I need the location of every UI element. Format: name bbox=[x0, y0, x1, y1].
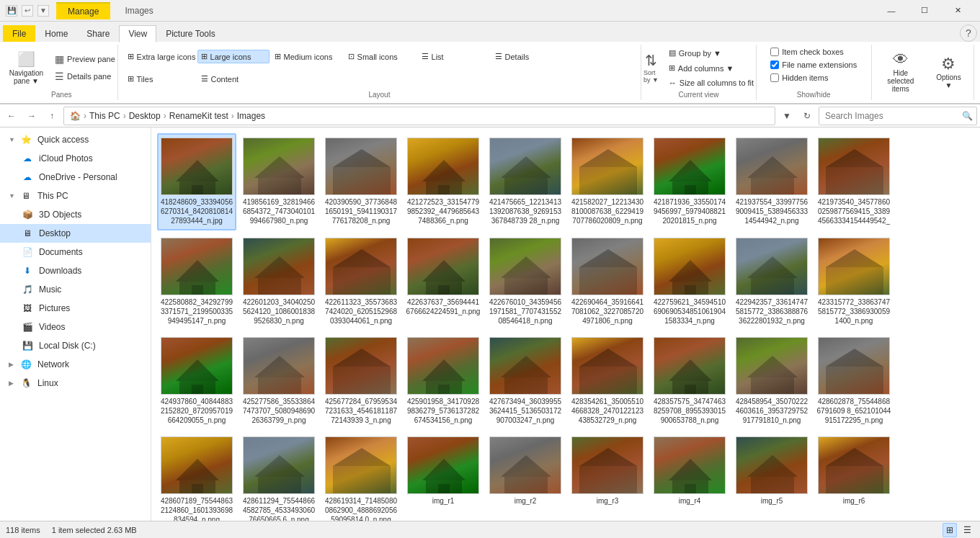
file-item[interactable]: 422580882_342927993371571_21995003359494… bbox=[157, 233, 236, 330]
help-button[interactable]: ? bbox=[960, 24, 977, 42]
manage-tab[interactable]: Manage bbox=[56, 2, 110, 19]
file-item[interactable]: 419856169_328194666854372_74730401019946… bbox=[239, 133, 318, 230]
file-item[interactable]: 422676010_343594561971581_77074315520854… bbox=[486, 233, 565, 330]
sidebar-item-3d-objects[interactable]: 📦 3D Objects bbox=[0, 205, 151, 224]
tiles-button[interactable]: ⊞ Tiles bbox=[124, 72, 196, 86]
tab-picture-tools[interactable]: Picture Tools bbox=[156, 25, 224, 42]
maximize-button[interactable]: ☐ bbox=[908, 0, 941, 22]
file-extensions-toggle[interactable]: File name extensions bbox=[767, 59, 860, 71]
file-item[interactable]: 422601203_340402505624120_10860018389526… bbox=[239, 233, 318, 330]
file-item[interactable]: img_r2 bbox=[486, 432, 565, 521]
small-icons-button[interactable]: ⊡ Small icons bbox=[344, 50, 416, 63]
size-columns-button[interactable]: ↔ Size all columns to fit bbox=[665, 76, 757, 89]
sidebar-item-documents[interactable]: 📄 Documents bbox=[0, 243, 151, 261]
file-content[interactable]: 418248609_333940566270314_84208108142789… bbox=[151, 127, 980, 521]
tab-file[interactable]: File bbox=[3, 25, 35, 42]
navigation-pane-button[interactable]: ⬜ Navigationpane ▼ bbox=[4, 47, 48, 89]
file-item[interactable]: img_r4 bbox=[650, 432, 729, 521]
options-button[interactable]: ⚙ Options ▼ bbox=[930, 51, 968, 93]
sidebar-item-music[interactable]: 🎵 Music bbox=[0, 280, 151, 299]
path-desktop[interactable]: Desktop bbox=[129, 111, 161, 121]
file-extensions-input[interactable] bbox=[770, 60, 779, 69]
tab-home[interactable]: Home bbox=[35, 25, 77, 42]
file-item[interactable]: 428611294_755448664582785_45334930607665… bbox=[239, 432, 318, 521]
content-button[interactable]: ☰ Content bbox=[197, 72, 270, 86]
hide-selected-button[interactable]: 👁 Hide selecteditems bbox=[878, 47, 924, 97]
sidebar-item-icloud[interactable]: ☁ iCloud Photos bbox=[0, 149, 151, 168]
sidebar-item-quick-access[interactable]: ▼ ⭐ Quick access bbox=[0, 130, 151, 149]
tab-share[interactable]: Share bbox=[77, 25, 119, 42]
file-item[interactable]: 421871936_335501749456997_59794088212020… bbox=[650, 133, 729, 230]
file-item[interactable]: 421582027_122134308100087638_62294197077… bbox=[568, 133, 647, 230]
file-item[interactable]: 428458954_350702224603616_39537297529177… bbox=[732, 333, 811, 429]
details-pane-button[interactable]: ☰ Details pane bbox=[51, 68, 119, 84]
file-item[interactable]: img_r5 bbox=[732, 432, 811, 521]
file-item[interactable]: 422637637_356944416766624224591_n.png bbox=[404, 233, 483, 330]
hidden-items-toggle[interactable]: Hidden items bbox=[767, 72, 831, 84]
sort-by-button[interactable]: ⇅ Sortby ▼ bbox=[640, 50, 662, 86]
file-item[interactable]: 421475665_122134131392087638_92691533678… bbox=[486, 133, 565, 230]
up-button[interactable]: ↑ bbox=[43, 107, 61, 125]
file-item[interactable]: 428619314_714850800862900_48886920565909… bbox=[321, 432, 401, 521]
medium-icons-button[interactable]: ⊞ Medium icons bbox=[271, 50, 343, 63]
addr-dropdown-button[interactable]: ▼ bbox=[778, 107, 796, 125]
preview-pane-button[interactable]: ▦ Preview pane bbox=[51, 51, 119, 67]
sidebar-item-onedrive[interactable]: ☁ OneDrive - Personal bbox=[0, 168, 151, 187]
item-checkboxes-toggle[interactable]: Item check boxes bbox=[767, 46, 847, 58]
file-item[interactable]: 428607189_755448632124860_16013936988345… bbox=[157, 432, 236, 521]
item-checkboxes-input[interactable] bbox=[770, 48, 779, 56]
sidebar-item-pictures[interactable]: 🖼 Pictures bbox=[0, 299, 151, 318]
file-item[interactable]: 422942357_336147475815772_33863888763622… bbox=[732, 233, 811, 330]
search-input[interactable] bbox=[819, 107, 977, 125]
sidebar-item-linux[interactable]: ▶ 🐧 Linux bbox=[0, 374, 151, 393]
details-button[interactable]: ☰ Details bbox=[491, 50, 564, 63]
file-item[interactable]: img_r1 bbox=[404, 432, 483, 521]
file-item[interactable]: 422759621_345945106906905348510619041583… bbox=[650, 233, 729, 330]
file-item[interactable]: img_r6 bbox=[814, 432, 894, 521]
grid-view-toggle[interactable]: ⊞ bbox=[943, 523, 957, 537]
undo-icon[interactable]: ↩ bbox=[22, 5, 33, 17]
file-item[interactable]: 418248609_333940566270314_84208108142789… bbox=[157, 133, 236, 230]
dropdown-icon[interactable]: ▼ bbox=[37, 5, 49, 17]
sidebar-item-downloads[interactable]: ⬇ Downloads bbox=[0, 261, 151, 280]
file-item[interactable]: 427673494_360399553624415_51365031729070… bbox=[486, 333, 565, 429]
file-item[interactable]: 421272523_331547799852392_44796856437488… bbox=[404, 133, 483, 230]
sidebar-item-desktop[interactable]: 🖥 Desktop bbox=[0, 224, 151, 243]
file-item[interactable]: 423315772_338637475815772_33869300591400… bbox=[814, 233, 894, 330]
file-item[interactable]: 425277586_355338647473707_50809486902636… bbox=[239, 333, 318, 429]
extra-large-icons-button[interactable]: ⊞ Extra large icons bbox=[124, 50, 196, 63]
file-item[interactable]: 425677284_679595347231633_45461811877214… bbox=[321, 333, 401, 429]
path-renamekit[interactable]: RenameKit test bbox=[169, 111, 228, 121]
file-item[interactable]: 420390590_377368481650191_59411903177761… bbox=[321, 133, 401, 230]
sidebar-item-local-disk[interactable]: 💾 Local Disk (C:) bbox=[0, 336, 151, 355]
file-item[interactable]: 425901958_341709289836279_57361372826745… bbox=[404, 333, 483, 429]
add-columns-button[interactable]: ⊞ Add columns ▼ bbox=[665, 61, 757, 75]
close-button[interactable]: ✕ bbox=[941, 0, 974, 22]
path-images[interactable]: Images bbox=[237, 111, 265, 121]
forward-button[interactable]: → bbox=[23, 107, 40, 125]
list-view-toggle[interactable]: ☰ bbox=[960, 523, 974, 537]
back-button[interactable]: ← bbox=[3, 107, 20, 125]
tab-view[interactable]: View bbox=[119, 25, 156, 42]
file-item[interactable]: 422611323_355736837424020_62051529680393… bbox=[321, 233, 401, 330]
file-item[interactable]: 428354261_350055104668328_24701221234385… bbox=[568, 333, 647, 429]
save-icon[interactable]: 💾 bbox=[6, 5, 17, 17]
hidden-items-input[interactable] bbox=[770, 73, 779, 82]
file-item[interactable]: 422690464_359166417081062_32270857204971… bbox=[568, 233, 647, 330]
group-by-button[interactable]: ▤ Group by ▼ bbox=[665, 46, 757, 60]
sidebar-item-videos[interactable]: 🎬 Videos bbox=[0, 318, 151, 336]
file-item[interactable]: 428357575_347474638259708_89553930159006… bbox=[650, 333, 729, 429]
path-thispc[interactable]: This PC bbox=[89, 111, 120, 121]
sidebar-item-this-pc[interactable]: ▼ 🖥 This PC bbox=[0, 187, 151, 205]
file-item[interactable]: 424937860_408448832152820_87209570196642… bbox=[157, 333, 236, 429]
list-button[interactable]: ☰ List bbox=[418, 50, 490, 63]
minimize-button[interactable]: — bbox=[875, 0, 908, 22]
sidebar-item-network[interactable]: ▶ 🌐 Network bbox=[0, 355, 151, 374]
file-item[interactable]: img_r3 bbox=[568, 432, 647, 521]
file-item[interactable]: 428602878_755448686791609 8_652101044915… bbox=[814, 333, 894, 429]
address-path[interactable]: 🏠 › This PC › Desktop › RenameKit test ›… bbox=[63, 107, 775, 125]
addr-refresh-button[interactable]: ↻ bbox=[798, 107, 816, 125]
large-icons-button[interactable]: ⊞ Large icons bbox=[197, 50, 270, 63]
file-item[interactable]: 421973540_345778600259877569415_33894566… bbox=[814, 133, 894, 230]
file-item[interactable]: 421937554_339977569009415_53894563331454… bbox=[732, 133, 811, 230]
